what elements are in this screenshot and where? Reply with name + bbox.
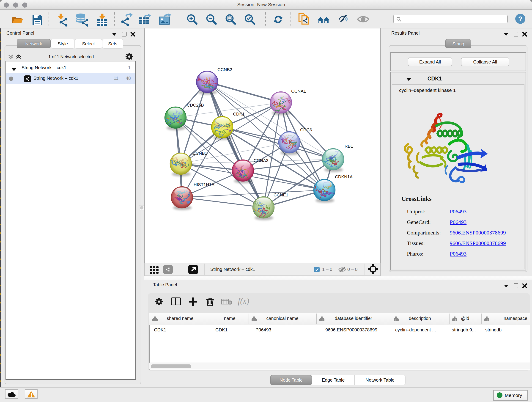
svg-text:CCNA1: CCNA1 — [291, 89, 306, 94]
svg-text:CDKN1A: CDKN1A — [335, 174, 353, 179]
svg-text:CDC6: CDC6 — [300, 128, 312, 132]
svg-text:CCNA2: CCNA2 — [254, 158, 268, 163]
svg-text:CCNB1: CCNB1 — [192, 151, 207, 156]
svg-text:CCNB2: CCNB2 — [217, 67, 232, 72]
svg-text:RB1: RB1 — [345, 144, 353, 148]
svg-text:CCNE1: CCNE1 — [273, 192, 288, 197]
svg-text:HIST1H1A: HIST1H1A — [194, 182, 215, 187]
svg-text:CDC25B: CDC25B — [187, 103, 204, 108]
svg-text:CDK1: CDK1 — [233, 112, 245, 116]
